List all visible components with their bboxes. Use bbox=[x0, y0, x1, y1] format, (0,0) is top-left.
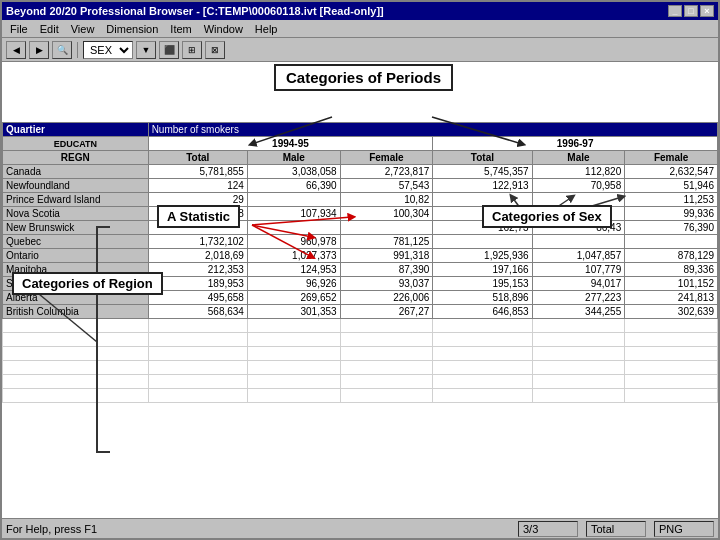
toolbar-btn-4[interactable]: ▼ bbox=[136, 41, 156, 59]
title-bar-buttons: _ □ × bbox=[668, 5, 714, 17]
region-cell: New Brunswick bbox=[3, 221, 149, 235]
table-row: Alberta495,658269,652226,006518,896277,2… bbox=[3, 291, 718, 305]
empty-cell bbox=[3, 319, 149, 333]
value-cell: 99,936 bbox=[625, 207, 718, 221]
value-cell bbox=[433, 235, 532, 249]
title-bar: Beyond 20/20 Professional Browser - [C:T… bbox=[2, 2, 718, 20]
region-cell: Newfoundland bbox=[3, 179, 149, 193]
empty-cell bbox=[433, 347, 532, 361]
content-area: Categories of Periods A Statistic bbox=[2, 62, 718, 538]
menu-item[interactable]: Item bbox=[164, 22, 197, 36]
data-table: Quartier Number of smokers EDUCATN 1994-… bbox=[2, 122, 718, 403]
empty-cell bbox=[247, 319, 340, 333]
empty-cell bbox=[433, 389, 532, 403]
empty-cell bbox=[148, 361, 247, 375]
value-cell: 518,896 bbox=[433, 291, 532, 305]
table-row: Saskatchewan189,95396,92693,037195,15394… bbox=[3, 277, 718, 291]
value-cell: 1,047,857 bbox=[532, 249, 625, 263]
value-cell bbox=[433, 207, 532, 221]
value-cell: 112,820 bbox=[532, 165, 625, 179]
sex-dropdown[interactable]: SEX bbox=[83, 41, 133, 59]
value-cell: 197,166 bbox=[433, 263, 532, 277]
value-cell: 960,978 bbox=[247, 235, 340, 249]
value-cell: 878,129 bbox=[625, 249, 718, 263]
menu-file[interactable]: File bbox=[4, 22, 34, 36]
toolbar-btn-2[interactable]: ▶ bbox=[29, 41, 49, 59]
empty-cell bbox=[433, 319, 532, 333]
empty-cell bbox=[148, 389, 247, 403]
menu-edit[interactable]: Edit bbox=[34, 22, 65, 36]
empty-cell bbox=[247, 333, 340, 347]
empty-cell bbox=[625, 347, 718, 361]
value-cell bbox=[532, 235, 625, 249]
empty-cell bbox=[340, 333, 433, 347]
empty-cell bbox=[247, 389, 340, 403]
value-cell: 89,336 bbox=[625, 263, 718, 277]
menu-help[interactable]: Help bbox=[249, 22, 284, 36]
empty-cell bbox=[340, 347, 433, 361]
region-cell: Prince Edward Island bbox=[3, 193, 149, 207]
value-cell: 51,946 bbox=[625, 179, 718, 193]
table-row: Manitoba212,353124,95387,390197,166107,7… bbox=[3, 263, 718, 277]
empty-cell bbox=[433, 361, 532, 375]
toolbar-btn-6[interactable]: ⊞ bbox=[182, 41, 202, 59]
menu-view[interactable]: View bbox=[65, 22, 101, 36]
regn-header: REGN bbox=[3, 151, 149, 165]
toolbar-btn-7[interactable]: ⊠ bbox=[205, 41, 225, 59]
empty-row bbox=[3, 361, 718, 375]
toolbar-separator bbox=[77, 42, 78, 58]
empty-cell bbox=[532, 361, 625, 375]
table-row: Quebec1,732,102960,978781,125 bbox=[3, 235, 718, 249]
filter-row: Quartier Number of smokers bbox=[3, 123, 718, 137]
maximize-button[interactable]: □ bbox=[684, 5, 698, 17]
empty-cell bbox=[3, 375, 149, 389]
menu-bar: File Edit View Dimension Item Window Hel… bbox=[2, 20, 718, 38]
table-row: Prince Edward Island2910,8211,253 bbox=[3, 193, 718, 207]
value-cell: 3,038,058 bbox=[247, 165, 340, 179]
sex-male-1: Male bbox=[247, 151, 340, 165]
value-cell: 94,017 bbox=[532, 277, 625, 291]
value-cell: 344,255 bbox=[532, 305, 625, 319]
region-cell: Ontario bbox=[3, 249, 149, 263]
empty-cell bbox=[148, 333, 247, 347]
value-cell: 1,027,373 bbox=[247, 249, 340, 263]
table-row: New Brunswick162,7386,4376,390 bbox=[3, 221, 718, 235]
toolbar-btn-1[interactable]: ◀ bbox=[6, 41, 26, 59]
value-cell: 267,27 bbox=[340, 305, 433, 319]
periods-row: EDUCATN 1994-95 1996-97 bbox=[3, 137, 718, 151]
empty-cell bbox=[340, 375, 433, 389]
close-button[interactable]: × bbox=[700, 5, 714, 17]
table-row: British Columbia568,634301,353267,27646,… bbox=[3, 305, 718, 319]
empty-cell bbox=[247, 361, 340, 375]
value-cell: 87,390 bbox=[340, 263, 433, 277]
value-cell: 76,390 bbox=[625, 221, 718, 235]
filter-value: Number of smokers bbox=[148, 123, 717, 137]
empty-cell bbox=[340, 389, 433, 403]
minimize-button[interactable]: _ bbox=[668, 5, 682, 17]
toolbar-btn-5[interactable]: ⬛ bbox=[159, 41, 179, 59]
value-cell bbox=[532, 193, 625, 207]
empty-cell bbox=[148, 319, 247, 333]
table-row: Canada5,781,8553,038,0582,723,8175,745,3… bbox=[3, 165, 718, 179]
empty-cell bbox=[3, 333, 149, 347]
value-cell: 2,723,817 bbox=[340, 165, 433, 179]
value-cell: 277,223 bbox=[532, 291, 625, 305]
empty-cell bbox=[247, 347, 340, 361]
format-indicator: PNG bbox=[654, 521, 714, 537]
menu-dimension[interactable]: Dimension bbox=[100, 22, 164, 36]
value-cell: 301,353 bbox=[247, 305, 340, 319]
toolbar-btn-3[interactable]: 🔍 bbox=[52, 41, 72, 59]
empty-cell bbox=[3, 361, 149, 375]
empty-cell bbox=[3, 389, 149, 403]
value-cell bbox=[247, 221, 340, 235]
sex-total-1: Total bbox=[148, 151, 247, 165]
value-cell: 10,82 bbox=[340, 193, 433, 207]
sex-total-2: Total bbox=[433, 151, 532, 165]
value-cell: 124 bbox=[148, 179, 247, 193]
window-title: Beyond 20/20 Professional Browser - [C:T… bbox=[6, 5, 384, 17]
region-cell: Quebec bbox=[3, 235, 149, 249]
value-cell: 195,153 bbox=[433, 277, 532, 291]
menu-window[interactable]: Window bbox=[198, 22, 249, 36]
value-cell: 1,925,936 bbox=[433, 249, 532, 263]
period-1994: 1994-95 bbox=[148, 137, 433, 151]
